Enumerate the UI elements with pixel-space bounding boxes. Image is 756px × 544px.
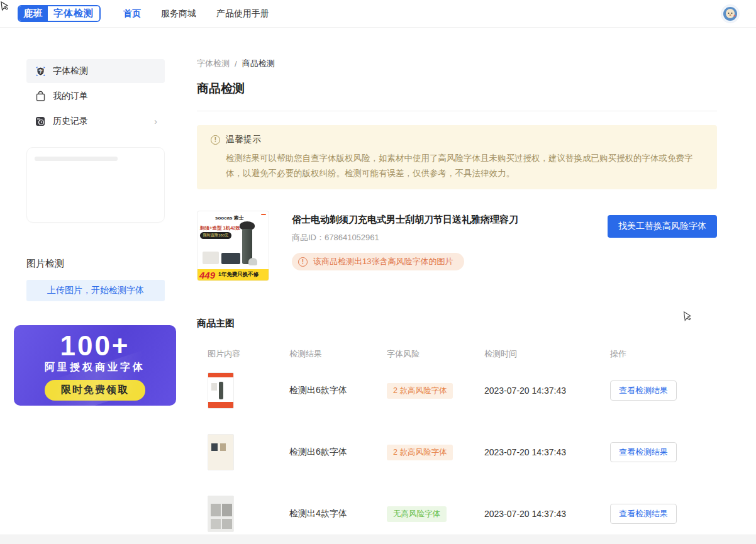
row-thumbnail[interactable] [208,372,234,409]
row-thumbnail[interactable] [208,496,234,532]
top-navbar: 鹿班 字体检测 首页 服务商城 产品使用手册 [0,0,756,28]
divider [197,111,717,111]
product-image-line1: 剃须+造型 1机42效 [200,225,240,231]
table-section-title: 商品主图 [197,318,717,330]
risk-badge: 2 款高风险字体 [387,445,453,460]
svg-text:字: 字 [38,68,43,74]
risk-alert-text: 该商品检测出13张含高风险字体的图片 [313,256,453,267]
product-id-value: 678641052961 [325,233,379,242]
sidebar-item-label: 我的订单 [53,91,88,102]
main-content: 字体检测 / 商品检测 商品检测 ! 温馨提示 检测结果可以帮助您自查字体版权风… [190,28,756,535]
product-id: 商品ID：678641052961 [292,232,585,243]
banner-subline: 阿里授权商业字体 [14,361,176,374]
accessory-graphic [203,252,219,264]
view-result-button[interactable]: 查看检测结果 [610,504,677,524]
detect-time: 2023-07-20 14:37:43 [484,509,610,519]
row-thumbnail[interactable] [208,434,234,470]
sidebar: 字 字体检测 我的订单 [0,28,190,535]
detect-result: 检测出6款字体 [289,385,387,396]
sidebar-item-label: 历史记录 [53,116,88,127]
table-row: 检测出6款字体 2 款高风险字体 2023-07-20 14:37:43 查看检… [197,421,717,483]
info-icon: ! [211,135,220,145]
main-images-section: 商品主图 图片内容 检测结果 字体风险 检测时间 操作 检测出6款字体 2 款高… [197,318,717,544]
product-image-brand: soocas 素士 [215,214,244,221]
table-header-row: 图片内容 检测结果 字体风险 检测时间 操作 [197,348,717,360]
breadcrumb-current: 商品检测 [242,58,275,69]
sidebar-item-my-orders[interactable]: 我的订单 [26,84,165,108]
risk-alert-pill: ! 该商品检测出13张含高风险字体的图片 [292,253,464,270]
nav-product-manual[interactable]: 产品使用手册 [216,8,269,19]
detect-time: 2023-07-20 14:37:43 [484,386,610,396]
product-image-footer: 449 1年免费只换不修 [197,269,269,280]
alert-icon: ! [298,257,308,267]
bottom-strip [0,535,756,544]
breadcrumb-separator: / [235,59,237,69]
skeleton-line [35,157,118,161]
detect-result: 检测出6款字体 [289,447,387,458]
detect-time: 2023-07-20 14:37:43 [484,447,610,457]
product-warranty: 1年免费只换不修 [218,271,258,279]
history-icon [34,115,47,128]
risk-badge: 无高风险字体 [387,506,447,522]
chevron-right-icon: › [154,116,157,126]
logo-luban: 鹿班 [19,6,48,21]
sidebar-item-label: 字体检测 [53,65,88,77]
product-image: soocas 素士 剃须+造型 1机42效 限时直降160元 449 1年免费只… [197,211,269,281]
notice-title: 温馨提示 [226,134,261,145]
view-result-button[interactable]: 查看检测结果 [610,380,677,401]
detect-result: 检测出4款字体 [289,508,387,519]
upload-image-button[interactable]: 上传图片，开始检测字体 [26,280,165,301]
product-image-line2: 限时直降160元 [200,232,231,239]
table-row: 检测出6款字体 2 款高风险字体 2023-07-20 14:37:43 查看检… [197,360,717,421]
col-font-risk: 字体风险 [387,348,484,360]
sidebar-item-history[interactable]: 历史记录 › [26,109,165,133]
notice-body: 检测结果可以帮助您自查字体版权风险，如素材中使用了高风险字体且未购买过授权，建议… [211,151,704,180]
promo-banner[interactable]: 100+ 阿里授权商业字体 限时免费领取 [14,325,176,406]
primary-nav: 首页 服务商城 产品使用手册 [123,8,269,19]
notice-box: ! 温馨提示 检测结果可以帮助您自查字体版权风险，如素材中使用了高风险字体且未购… [197,125,717,189]
banner-cta-button[interactable]: 限时免费领取 [45,380,145,401]
col-detect-time: 检测时间 [484,348,610,360]
view-result-button[interactable]: 查看检测结果 [610,442,677,462]
shield-font-icon: 字 [34,65,47,77]
accessory-graphic [221,253,240,264]
nav-home[interactable]: 首页 [123,8,141,19]
app-logo[interactable]: 鹿班 字体检测 [18,5,101,22]
risk-badge: 2 款高风险字体 [387,383,453,399]
sidebar-placeholder-card [26,147,165,223]
bag-icon [34,90,47,103]
logo-font-detect: 字体检测 [48,6,99,21]
accessory-graphic [248,258,257,265]
col-detect-result: 检测结果 [289,348,387,360]
product-summary: soocas 素士 剃须+造型 1机42效 限时直降160元 449 1年免费只… [197,211,717,281]
product-title: 俗士电动剃须刀充电式男士刮胡刀节日送礼雅痞理容刀 [292,214,585,226]
product-id-label: 商品ID： [292,233,325,242]
user-avatar[interactable] [722,6,738,22]
product-price: 449 [199,270,215,280]
image-detect-heading: 图片检测 [26,258,165,270]
breadcrumb: 字体检测 / 商品检测 [197,58,717,69]
breadcrumb-parent[interactable]: 字体检测 [197,58,230,69]
sidebar-item-font-detect[interactable]: 字 字体检测 [26,59,165,83]
col-actions: 操作 [610,348,717,360]
replace-font-button[interactable]: 找美工替换高风险字体 [608,215,717,238]
page-title: 商品检测 [197,80,717,97]
nav-service-mall[interactable]: 服务商城 [161,8,196,19]
col-image-content: 图片内容 [208,348,289,360]
product-image-tag [261,214,266,215]
banner-headline: 100+ [14,331,176,360]
